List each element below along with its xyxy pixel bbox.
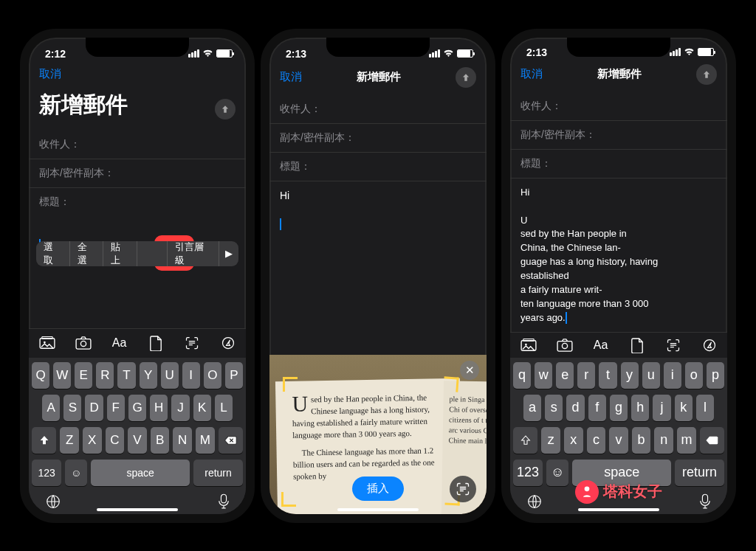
watermark-badge — [575, 480, 599, 504]
svg-point-16 — [585, 486, 590, 491]
cancel-button[interactable]: 取消 — [280, 70, 302, 84]
battery-icon — [698, 48, 714, 56]
insert-button[interactable]: 插入 — [352, 477, 404, 501]
menu-select[interactable]: 選取 — [36, 241, 70, 266]
backspace-key[interactable] — [700, 427, 724, 454]
signal-bars-icon — [670, 48, 681, 56]
notch — [567, 38, 670, 57]
to-field[interactable]: 收件人： — [269, 95, 487, 124]
keyboard-row-3: ZXCVBNM — [32, 427, 243, 454]
live-text-camera[interactable]: ✕ U sed by the Han people in China, the … — [269, 355, 487, 514]
wifi-icon — [684, 48, 695, 56]
signal-bars-icon — [188, 49, 199, 58]
header-title: 新增郵件 — [597, 67, 642, 81]
menu-quote-level[interactable]: 引言層級 — [168, 241, 219, 266]
svg-rect-15 — [702, 494, 707, 503]
text-cursor — [280, 218, 281, 230]
backspace-key[interactable] — [219, 427, 243, 454]
arrow-up-icon — [701, 69, 712, 80]
keyboard[interactable]: QWERTYUIOP ASDFGHJKL ZXCVBNM 123 ☺ space… — [29, 358, 246, 514]
send-button[interactable] — [456, 67, 476, 88]
keyboard-row-2: ASDFGHJKL — [32, 395, 243, 421]
keyboard-toolbar: Aa — [29, 328, 246, 358]
status-time: 2:12 — [45, 48, 66, 60]
dictation-icon[interactable] — [218, 493, 230, 510]
compose-body[interactable] — [29, 216, 246, 328]
scan-text-icon[interactable] — [182, 333, 202, 353]
home-indicator[interactable] — [337, 508, 419, 511]
menu-select-all[interactable]: 全選 — [70, 241, 104, 266]
photo-picker-icon[interactable] — [38, 333, 57, 353]
notch — [86, 38, 189, 57]
text-edit-menu: 選取 全選 貼上 引言層級 ▶ — [36, 241, 238, 266]
to-field[interactable]: 收件人： — [510, 92, 727, 121]
status-time: 2:13 — [526, 46, 547, 58]
signal-bars-icon — [429, 49, 440, 58]
battery-icon — [457, 49, 473, 58]
wifi-icon — [443, 49, 454, 58]
numbers-key[interactable]: 123 — [32, 460, 61, 486]
to-field[interactable]: 收件人： — [29, 131, 246, 159]
globe-icon[interactable] — [526, 493, 543, 510]
svg-rect-7 — [221, 494, 226, 503]
cancel-button[interactable]: 取消 — [520, 67, 543, 81]
camera-icon[interactable] — [74, 333, 93, 353]
photo-picker-icon[interactable] — [519, 336, 538, 355]
numbers-key[interactable]: 123 — [513, 460, 543, 486]
emoji-key[interactable]: ☺ — [65, 460, 87, 486]
close-button[interactable]: ✕ — [460, 361, 479, 380]
notch — [326, 38, 430, 57]
send-button[interactable] — [215, 99, 236, 119]
scan-text-icon[interactable] — [664, 336, 683, 355]
dictation-icon[interactable] — [699, 493, 711, 510]
globe-icon[interactable] — [45, 493, 61, 510]
header-title: 新增郵件 — [357, 70, 401, 84]
svg-point-12 — [562, 343, 567, 348]
text-format-icon[interactable]: Aa — [591, 336, 611, 355]
svg-rect-1 — [41, 336, 52, 339]
scan-bracket — [443, 376, 458, 392]
space-key[interactable]: space — [91, 460, 190, 486]
attachment-icon[interactable] — [628, 336, 647, 355]
arrow-up-icon — [461, 72, 471, 83]
attachment-icon[interactable] — [146, 333, 165, 353]
phone-2: 2:13 取消 新增郵件 收件人： 副本/密件副本： 標題： Hi ✕ U se… — [261, 29, 495, 523]
send-button[interactable] — [696, 64, 717, 85]
text-format-icon[interactable]: Aa — [110, 333, 129, 353]
page-title: 新增郵件 — [29, 89, 138, 131]
key[interactable]: Q — [32, 362, 49, 389]
arrow-up-icon — [220, 104, 230, 114]
shift-key[interactable] — [32, 427, 56, 454]
ccbcc-field[interactable]: 副本/密件副本： — [510, 121, 727, 150]
compose-body[interactable]: Hi U sed by the Han people in China, the… — [510, 179, 727, 332]
camera-icon[interactable] — [555, 336, 574, 355]
subject-field[interactable]: 標題： — [269, 153, 487, 181]
body-text: Hi — [280, 190, 289, 201]
status-time: 2:13 — [286, 48, 306, 60]
subject-field[interactable]: 標題： — [29, 188, 246, 216]
ccbcc-field[interactable]: 副本/密件副本： — [269, 124, 487, 153]
markup-icon[interactable] — [700, 336, 719, 355]
svg-point-4 — [80, 341, 86, 346]
wifi-icon — [202, 49, 213, 58]
emoji-key[interactable]: ☺ — [546, 460, 568, 486]
ccbcc-field[interactable]: 副本/密件副本： — [29, 159, 246, 188]
cancel-button[interactable]: 取消 — [39, 67, 61, 81]
menu-more[interactable]: ▶ — [219, 241, 238, 266]
compose-body[interactable]: Hi — [269, 181, 487, 356]
menu-paste[interactable]: 貼上 — [103, 241, 137, 266]
home-indicator[interactable] — [578, 508, 659, 511]
phone-1: 2:12 取消 新增郵件 收件人： 副本/密件副本： 標題： — [20, 29, 255, 523]
phone-3: 2:13 取消 新增郵件 收件人： 副本/密件副本： 標題： Hi U sed … — [501, 29, 736, 523]
battery-icon — [216, 49, 233, 58]
markup-icon[interactable] — [219, 333, 238, 353]
subject-field[interactable]: 標題： — [510, 150, 727, 179]
shift-key[interactable] — [513, 427, 537, 454]
home-indicator[interactable] — [97, 508, 178, 511]
svg-rect-9 — [523, 339, 533, 341]
watermark: 塔科女子 — [575, 480, 662, 504]
menu-scan-text[interactable] — [137, 241, 168, 266]
return-key[interactable]: return — [675, 460, 724, 486]
live-text-toggle[interactable] — [450, 476, 476, 502]
return-key[interactable]: return — [193, 460, 243, 486]
